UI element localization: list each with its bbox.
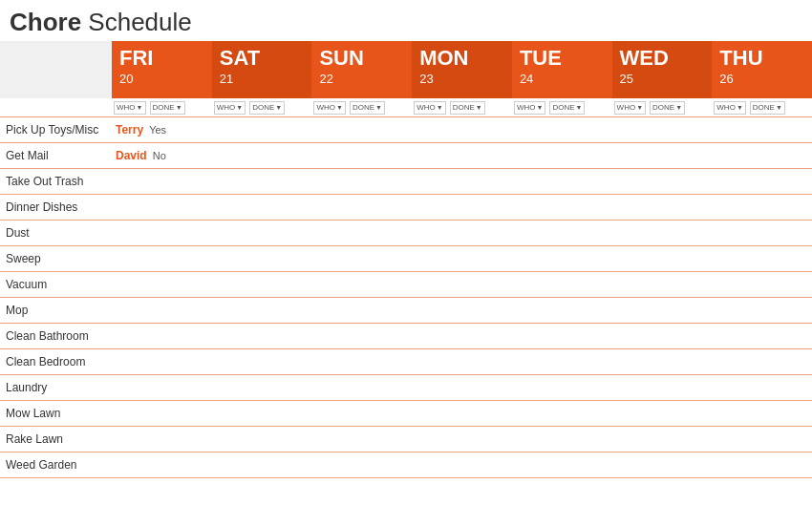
subheader-sat: WHO▼ DONE▼ bbox=[212, 98, 312, 116]
chore-day-sun bbox=[311, 307, 412, 313]
chore-name-label: Pick Up Toys/Misc bbox=[0, 120, 112, 139]
chore-day-tue bbox=[512, 204, 612, 210]
subheader-row: WHO▼ DONE▼ WHO▼ DONE▼ WHO▼ DONE▼ WHO▼ bbox=[0, 98, 812, 117]
who-dropdown[interactable]: WHO▼ bbox=[414, 101, 446, 115]
chore-day-tue bbox=[512, 127, 612, 133]
chore-day-fri bbox=[112, 410, 212, 416]
chore-day-fri bbox=[112, 230, 212, 236]
chore-day-thu bbox=[712, 179, 812, 184]
chore-row: Rake Lawn bbox=[0, 427, 812, 452]
chore-table: Pick Up Toys/MiscTerryYesGet MailDavidNo… bbox=[0, 117, 812, 478]
chore-name-label: Weed Garden bbox=[0, 455, 112, 474]
chore-day-sun bbox=[311, 204, 412, 210]
chore-day-thu bbox=[712, 256, 812, 262]
done-dropdown[interactable]: DONE▼ bbox=[750, 101, 785, 115]
done-dropdown[interactable]: DONE▼ bbox=[450, 101, 485, 115]
chore-day-sat bbox=[212, 410, 312, 416]
chore-day-sun bbox=[311, 179, 412, 184]
chore-who: David bbox=[116, 149, 147, 162]
chore-day-tue bbox=[512, 410, 612, 416]
chore-day-fri bbox=[112, 385, 212, 390]
chore-day-thu bbox=[712, 333, 812, 339]
who-dropdown[interactable]: WHO▼ bbox=[114, 101, 146, 115]
day-header-sat: SAT21 bbox=[212, 41, 312, 98]
chore-row: Take Out Trash bbox=[0, 169, 812, 195]
chore-day-fri bbox=[112, 307, 212, 313]
chore-name-label: Get Mail bbox=[0, 146, 112, 165]
who-dropdown[interactable]: WHO▼ bbox=[514, 101, 546, 115]
chore-row: Mop bbox=[0, 298, 812, 324]
chore-day-wed bbox=[612, 230, 713, 236]
chore-day-wed bbox=[612, 462, 713, 468]
subheader-mon: WHO▼ DONE▼ bbox=[412, 98, 512, 116]
done-dropdown[interactable]: DONE▼ bbox=[150, 101, 185, 115]
who-dropdown[interactable]: WHO▼ bbox=[614, 101, 647, 115]
subheader-chore-label bbox=[0, 98, 112, 116]
chore-day-sat bbox=[212, 230, 312, 236]
chore-day-sat bbox=[212, 127, 312, 133]
chore-day-fri bbox=[112, 179, 212, 184]
chore-name-label: Vacuum bbox=[0, 275, 112, 294]
chore-day-mon bbox=[412, 153, 512, 158]
chore-day-sun bbox=[311, 256, 412, 262]
chore-day-tue bbox=[512, 153, 612, 158]
day-name: MON bbox=[419, 47, 504, 70]
chore-day-sun bbox=[311, 359, 412, 365]
chore-day-sun bbox=[311, 410, 412, 416]
chore-day-thu bbox=[712, 153, 812, 158]
chore-day-mon bbox=[412, 282, 512, 287]
chore-day-mon bbox=[412, 385, 512, 390]
chore-day-wed bbox=[612, 307, 713, 313]
day-name: THU bbox=[719, 47, 804, 70]
chore-day-tue bbox=[512, 230, 612, 236]
who-dropdown[interactable]: WHO▼ bbox=[313, 101, 346, 115]
chore-name-label: Rake Lawn bbox=[0, 430, 112, 449]
chore-day-wed bbox=[612, 204, 713, 210]
chore-day-mon bbox=[412, 230, 512, 236]
chore-row: Laundry bbox=[0, 375, 812, 401]
who-dropdown[interactable]: WHO▼ bbox=[214, 101, 246, 115]
chore-row: Clean Bathroom bbox=[0, 324, 812, 349]
chore-day-mon bbox=[412, 359, 512, 365]
who-dropdown[interactable]: WHO▼ bbox=[714, 101, 746, 115]
chore-day-wed bbox=[612, 282, 713, 287]
chore-day-fri bbox=[112, 256, 212, 262]
chore-day-sun bbox=[311, 333, 412, 339]
chore-name-label: Mop bbox=[0, 301, 112, 320]
chore-day-sat bbox=[212, 462, 312, 468]
chore-day-tue bbox=[512, 256, 612, 262]
chore-row: Vacuum bbox=[0, 272, 812, 298]
day-header-tue: TUE24 bbox=[512, 41, 612, 98]
chore-day-mon bbox=[412, 436, 512, 442]
chore-day-sat bbox=[212, 282, 312, 287]
done-dropdown[interactable]: DONE▼ bbox=[350, 101, 385, 115]
chore-day-tue bbox=[512, 462, 612, 468]
chore-day-thu bbox=[712, 385, 812, 390]
chore-day-thu bbox=[712, 282, 812, 287]
done-dropdown[interactable]: DONE▼ bbox=[650, 101, 685, 115]
subheader-wed: WHO▼ DONE▼ bbox=[612, 98, 713, 116]
day-num: 24 bbox=[520, 72, 605, 86]
chore-day-sun bbox=[311, 385, 412, 390]
done-dropdown[interactable]: DONE▼ bbox=[549, 101, 585, 115]
chore-day-sat bbox=[212, 153, 312, 158]
chore-day-thu bbox=[712, 462, 812, 468]
chore-day-thu bbox=[712, 230, 812, 236]
chore-row: Get MailDavidNo bbox=[0, 143, 812, 169]
chore-day-wed bbox=[612, 179, 713, 184]
done-dropdown[interactable]: DONE▼ bbox=[249, 101, 285, 115]
chore-day-mon bbox=[412, 333, 512, 339]
chore-name-label: Take Out Trash bbox=[0, 172, 112, 191]
chore-name-label: Mow Lawn bbox=[0, 404, 112, 423]
chore-day-sat bbox=[212, 307, 312, 313]
chore-day-wed bbox=[612, 153, 713, 158]
week-label-cell bbox=[0, 41, 112, 98]
chore-day-fri bbox=[112, 333, 212, 339]
subheader-sun: WHO▼ DONE▼ bbox=[311, 98, 412, 116]
chore-day-fri bbox=[112, 359, 212, 365]
day-header-wed: WED25 bbox=[612, 41, 713, 98]
chore-day-mon bbox=[412, 410, 512, 416]
chore-done: No bbox=[153, 150, 166, 161]
day-name: FRI bbox=[119, 47, 204, 70]
chore-row: Weed Garden bbox=[0, 452, 812, 478]
